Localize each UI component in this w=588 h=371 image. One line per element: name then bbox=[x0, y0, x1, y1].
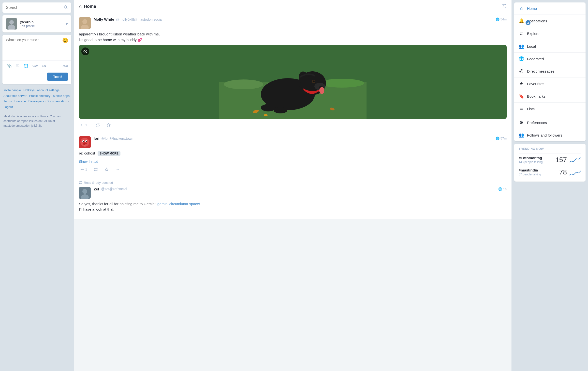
developers-link[interactable]: Developers bbox=[28, 100, 44, 103]
trending-item[interactable]: #mastindia 57 people talking 78 bbox=[519, 166, 581, 178]
svg-line-36 bbox=[84, 50, 86, 52]
globe-icon: 🌐 bbox=[496, 17, 500, 21]
trending-count: 78 bbox=[559, 168, 567, 176]
mobile-apps-link[interactable]: Mobile apps bbox=[53, 94, 70, 98]
favourite-button[interactable] bbox=[103, 167, 110, 172]
boost-button[interactable] bbox=[94, 122, 101, 128]
sidebar-item-direct[interactable]: @ Direct messages bbox=[514, 65, 586, 77]
emoji-button[interactable]: 😊 bbox=[62, 37, 68, 43]
post-time: 🌐 54m bbox=[496, 17, 507, 21]
svg-point-13 bbox=[505, 7, 506, 7]
post-text-line2: I'll have a look at that. bbox=[79, 207, 507, 212]
cw-button[interactable]: CW bbox=[31, 63, 39, 68]
globe-button[interactable]: 🌐 bbox=[23, 63, 29, 69]
profile-box[interactable]: @corbin Edit profile ▾ bbox=[2, 15, 71, 32]
more-button[interactable]: ··· bbox=[116, 122, 122, 128]
lang-button[interactable]: EN bbox=[41, 63, 47, 68]
avatar bbox=[6, 18, 17, 30]
post-text-line1: So yes, thanks for all for pointing me t… bbox=[79, 201, 507, 207]
sidebar-item-explore[interactable]: # Explore bbox=[514, 27, 586, 40]
reply-button[interactable]: 1+ bbox=[79, 122, 90, 128]
post-author-line: Zef @zef@zef.social 🌐 1h bbox=[94, 187, 507, 191]
sidebar-item-label: Home bbox=[527, 6, 537, 11]
svg-point-42 bbox=[83, 141, 84, 142]
show-thread-link[interactable]: Show thread bbox=[79, 160, 98, 164]
svg-point-43 bbox=[86, 141, 87, 142]
documentation-link[interactable]: Documentation bbox=[46, 100, 67, 103]
post-time-text: 1h bbox=[503, 187, 507, 191]
sensitive-content-icon[interactable] bbox=[81, 47, 89, 55]
favourite-button[interactable] bbox=[105, 122, 112, 128]
compose-textarea[interactable] bbox=[2, 35, 71, 60]
post-author-handle: @molly0xfff@mastodon.social bbox=[116, 17, 162, 21]
nav-divider bbox=[514, 116, 586, 116]
reply-count: 1+ bbox=[85, 123, 89, 127]
account-settings-link[interactable]: Account settings bbox=[37, 89, 59, 92]
post-actions: 1+ ··· bbox=[79, 122, 507, 128]
sidebar-item-label: Preferences bbox=[527, 121, 547, 125]
sidebar-item-label: Explore bbox=[527, 31, 540, 36]
people-icon: 👥 bbox=[519, 44, 524, 49]
search-bar[interactable] bbox=[2, 2, 71, 13]
svg-point-19 bbox=[224, 79, 263, 89]
sidebar-item-label: Bookmarks bbox=[527, 94, 545, 98]
svg-point-11 bbox=[505, 4, 506, 5]
terms-link[interactable]: Terms of service bbox=[3, 100, 26, 103]
globe-icon: 🌐 bbox=[498, 187, 502, 191]
svg-point-47 bbox=[82, 189, 87, 194]
home-icon: ⌂ bbox=[79, 4, 82, 9]
post-text: re: cohost bbox=[79, 151, 95, 155]
svg-point-3 bbox=[9, 20, 14, 25]
post-avatar[interactable] bbox=[79, 187, 91, 199]
booster-name: Ross Grady boosted bbox=[84, 181, 113, 185]
sidebar-item-home[interactable]: ⌂ Home bbox=[514, 2, 586, 15]
trending-item[interactable]: #Fotomontag 143 people talking 157 bbox=[519, 154, 581, 166]
sidebar-item-preferences[interactable]: ⚙ Preferences bbox=[514, 116, 586, 129]
post-avatar[interactable] bbox=[79, 136, 91, 148]
post-meta: Zef @zef@zef.social 🌐 1h bbox=[94, 187, 507, 191]
search-input[interactable] bbox=[6, 5, 61, 10]
about-server-link[interactable]: About this server bbox=[3, 94, 27, 98]
trending-box: TRENDING NOW #Fotomontag 143 people talk… bbox=[514, 144, 586, 182]
post-content: re: cohost SHOW MORE bbox=[79, 151, 507, 156]
svg-point-15 bbox=[82, 19, 87, 24]
post-author-handle: @zef@zef.social bbox=[101, 187, 127, 191]
bookmark-icon: 🔖 bbox=[519, 93, 524, 99]
trending-sparkline bbox=[569, 156, 581, 164]
post-card: Molly White @molly0xfff@mastodon.social … bbox=[74, 13, 512, 132]
sidebar-item-lists[interactable]: ≡ Lists bbox=[514, 102, 586, 115]
svg-point-30 bbox=[261, 104, 276, 111]
post-actions: 1 ··· bbox=[79, 166, 507, 173]
sidebar-item-local[interactable]: 👥 Local bbox=[514, 40, 586, 52]
sidebar-item-follows[interactable]: 👥 Follows and followers bbox=[514, 129, 586, 141]
post-text-line2: it's good to be home with my buddy 💕 bbox=[79, 37, 507, 43]
invite-link[interactable]: Invite people bbox=[3, 89, 21, 92]
svg-point-34 bbox=[264, 114, 268, 116]
profile-directory-link[interactable]: Profile directory bbox=[29, 94, 50, 98]
post-meta: Molly White @molly0xfff@mastodon.social … bbox=[94, 17, 507, 21]
sidebar-item-favourites[interactable]: ★ Favourites bbox=[514, 77, 586, 90]
post-header: Molly White @molly0xfff@mastodon.social … bbox=[79, 17, 507, 29]
sidebar-item-notifications[interactable]: 🔔 2 Notifications bbox=[514, 15, 586, 27]
boost-button[interactable] bbox=[92, 167, 99, 172]
home-icon: ⌂ bbox=[519, 6, 524, 11]
post-avatar[interactable] bbox=[79, 17, 91, 29]
trending-count: 157 bbox=[555, 156, 567, 164]
feed-settings-button[interactable] bbox=[502, 3, 507, 10]
hotkeys-link[interactable]: Hotkeys bbox=[23, 89, 34, 92]
sidebar-item-bookmarks[interactable]: 🔖 Bookmarks bbox=[514, 90, 586, 102]
globe-icon: 🌐 bbox=[496, 137, 500, 140]
reply-button[interactable]: 1 bbox=[79, 167, 88, 172]
trending-people: 143 people talking bbox=[519, 160, 555, 164]
sidebar-item-federated[interactable]: 🌐 Federated bbox=[514, 52, 586, 65]
sidebar-item-label: Direct messages bbox=[527, 69, 555, 73]
show-more-button[interactable]: SHOW MORE bbox=[98, 151, 120, 156]
toot-button[interactable]: Toot! bbox=[47, 73, 68, 81]
post-link[interactable]: gemini.circumlunar.space/ bbox=[157, 202, 200, 206]
post-content: apparently i brought lisbon weather back… bbox=[79, 31, 507, 43]
logout-link[interactable]: Logout bbox=[3, 105, 13, 109]
post-text-line1: apparently i brought lisbon weather back… bbox=[79, 31, 507, 37]
attach-button[interactable]: 📎 bbox=[6, 63, 13, 69]
format-button[interactable] bbox=[15, 63, 21, 69]
more-button[interactable]: ··· bbox=[114, 166, 120, 173]
